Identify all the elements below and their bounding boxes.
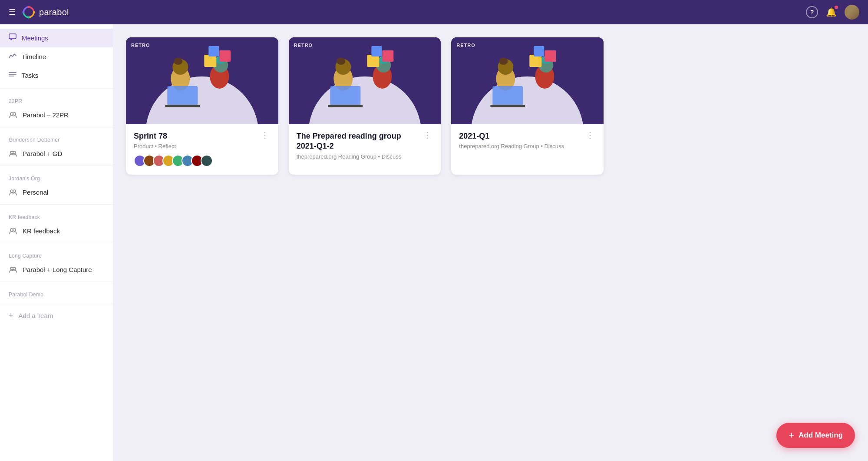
section-label-jordans-org: Jordan's Org (0, 169, 113, 183)
svg-rect-55 (534, 46, 545, 56)
sidebar-item-personal[interactable]: Personal (0, 183, 113, 201)
sidebar-divider-6 (0, 282, 113, 282)
sidebar-item-kr-feedback[interactable]: KR feedback (0, 222, 113, 239)
timeline-icon (9, 52, 17, 62)
sidebar-divider-5 (0, 243, 113, 243)
svg-point-23 (174, 58, 182, 65)
svg-point-13 (10, 190, 13, 192)
card-badge-prepared: RETRO (294, 43, 313, 48)
card-avatars-sprint78 (134, 155, 271, 167)
svg-rect-40 (367, 55, 379, 67)
card-title-prepared: The Prepared reading group 2021-Q1-2 (297, 131, 419, 152)
sidebar-item-meetings[interactable]: Meetings (0, 29, 113, 47)
card-title-row-sprint78: Sprint 78 ⋮ (134, 131, 271, 141)
meeting-card-2021q1[interactable]: RETRO (451, 37, 604, 175)
user-avatar[interactable] (845, 5, 859, 20)
svg-point-9 (10, 113, 13, 115)
add-meeting-button[interactable]: + Add Meeting (776, 423, 855, 448)
svg-point-4 (23, 11, 25, 13)
tasks-label: Tasks (22, 72, 38, 79)
svg-rect-42 (371, 46, 382, 56)
tasks-icon (9, 70, 17, 80)
header-left: ☰ parabol (9, 5, 69, 19)
svg-point-10 (13, 113, 16, 115)
sidebar-item-timeline[interactable]: Timeline (0, 47, 113, 66)
card-title-sprint78: Sprint 78 (134, 131, 257, 141)
fab-plus-icon: + (789, 430, 794, 441)
svg-point-15 (10, 229, 13, 231)
card-image-2021q1: RETRO (451, 37, 604, 124)
fab-label: Add Meeting (799, 431, 843, 440)
parabol-gd-label: Parabol + GD (23, 150, 62, 157)
notifications-icon[interactable]: 🔔 (826, 7, 837, 17)
svg-point-36 (337, 58, 345, 65)
sidebar-divider-4 (0, 204, 113, 205)
parabol-long-capture-label: Parabol + Long Capture (23, 266, 92, 273)
kr-feedback-label: KR feedback (23, 227, 60, 235)
avatar-8 (201, 155, 213, 167)
svg-rect-54 (545, 50, 556, 62)
card-title-row-2021q1: 2021-Q1 ⋮ (459, 131, 596, 141)
svg-point-11 (10, 151, 13, 154)
logo-icon (22, 5, 36, 19)
section-label-22pr: 22PR (0, 92, 113, 106)
meetings-icon (9, 33, 17, 43)
app-header: ☰ parabol ? 🔔 (0, 0, 868, 24)
sidebar-item-parabol-22pr[interactable]: Parabol – 22PR (0, 106, 113, 123)
logo: parabol (22, 5, 69, 19)
svg-rect-31 (165, 105, 200, 107)
svg-point-18 (13, 267, 16, 270)
card-body-2021q1: 2021-Q1 ⋮ theprepared.org Reading Group … (451, 124, 604, 163)
card-menu-button-2021q1[interactable]: ⋮ (584, 131, 596, 139)
sidebar-item-tasks[interactable]: Tasks (0, 66, 113, 85)
section-label-kr: KR feedback (0, 208, 113, 222)
help-icon[interactable]: ? (806, 6, 818, 18)
sidebar-item-parabol-gd[interactable]: Parabol + GD (0, 145, 113, 162)
parabol-22pr-label: Parabol – 22PR (23, 111, 69, 119)
svg-rect-28 (219, 50, 231, 62)
svg-rect-29 (208, 46, 219, 56)
svg-rect-56 (493, 86, 523, 106)
svg-rect-5 (9, 34, 16, 39)
svg-point-2 (33, 11, 35, 13)
card-title-row-prepared: The Prepared reading group 2021-Q1-2 ⋮ (297, 131, 433, 152)
main-content: RETRO (113, 24, 868, 461)
team-icon-kr (9, 226, 17, 235)
card-badge-2021q1: RETRO (456, 43, 475, 48)
sidebar: Meetings Timeline Tasks 22PR (0, 24, 113, 461)
main-layout: Meetings Timeline Tasks 22PR (0, 24, 868, 461)
meeting-card-sprint78[interactable]: RETRO (126, 37, 278, 175)
add-team-icon: + (9, 311, 13, 320)
team-icon-gd (9, 149, 17, 158)
personal-label: Personal (23, 189, 48, 196)
sidebar-divider-1 (0, 88, 113, 89)
card-meta-sprint78: Product • Reflect (134, 143, 271, 149)
card-image-sprint78: RETRO (126, 37, 278, 124)
svg-rect-27 (204, 55, 216, 67)
timeline-label: Timeline (22, 53, 46, 60)
svg-rect-44 (328, 105, 363, 107)
add-team-button[interactable]: + Add a Team (0, 307, 113, 325)
svg-point-3 (28, 17, 30, 19)
card-image-prepared: RETRO (289, 37, 441, 124)
card-body-sprint78: Sprint 78 ⋮ Product • Reflect (126, 124, 278, 175)
logo-text: parabol (39, 7, 69, 17)
team-icon-long-capture (9, 265, 17, 274)
add-team-label: Add a Team (19, 312, 53, 319)
svg-rect-57 (491, 105, 525, 107)
sidebar-divider-7 (0, 303, 113, 303)
team-icon-personal (9, 188, 17, 196)
hamburger-icon[interactable]: ☰ (9, 7, 16, 17)
header-right: ? 🔔 (806, 5, 859, 20)
card-menu-button-prepared[interactable]: ⋮ (422, 131, 433, 139)
svg-rect-43 (330, 86, 360, 106)
sidebar-divider-3 (0, 166, 113, 166)
card-menu-button-sprint78[interactable]: ⋮ (259, 131, 271, 139)
notification-dot (835, 6, 838, 9)
svg-rect-30 (167, 86, 198, 106)
sidebar-divider-2 (0, 127, 113, 127)
svg-point-1 (28, 6, 30, 8)
sidebar-item-parabol-long-capture[interactable]: Parabol + Long Capture (0, 261, 113, 278)
svg-rect-53 (530, 55, 542, 67)
meeting-card-prepared[interactable]: RETRO (289, 37, 441, 175)
